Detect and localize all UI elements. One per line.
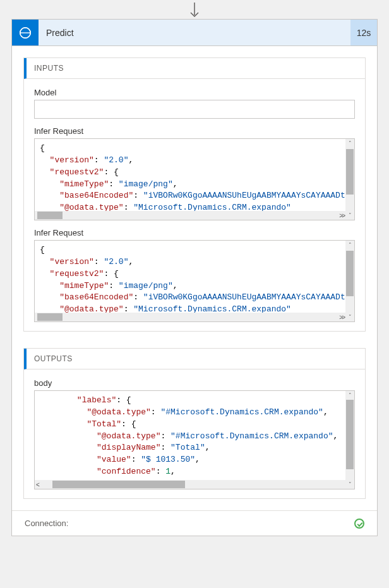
- scrollbar-horizontal[interactable]: >>: [35, 211, 345, 220]
- infer-request-code-1[interactable]: { "version": "2.0", "requestv2": { "mime…: [34, 138, 355, 220]
- card-header[interactable]: Predict 12s: [12, 20, 377, 46]
- outputs-header: OUTPUTS: [24, 349, 365, 369]
- card-title: Predict: [39, 20, 350, 45]
- model-field: Model: [34, 88, 355, 119]
- arrow-down-icon: [188, 3, 201, 19]
- outputs-section: OUTPUTS body "labels": { "@odata.type": …: [23, 348, 366, 499]
- scrollbar-horizontal[interactable]: <: [35, 480, 345, 489]
- infer-request-label-2: Infer Request: [34, 228, 355, 237]
- infer-request-label-1: Infer Request: [34, 126, 355, 136]
- model-label: Model: [34, 88, 355, 97]
- scrollbar-vertical[interactable]: ˄˅: [345, 241, 354, 321]
- predict-card: Predict 12s INPUTS Model Infer Request {…: [11, 19, 378, 536]
- model-input[interactable]: [34, 100, 355, 119]
- scrollbar-vertical[interactable]: ˄˅: [345, 139, 354, 220]
- connection-label: Connection:: [25, 519, 68, 528]
- infer-request-code-2[interactable]: { "version": "2.0", "requestv2": { "mime…: [34, 240, 355, 322]
- card-duration: 12s: [350, 20, 377, 45]
- inputs-section: INPUTS Model Infer Request { "version": …: [23, 57, 366, 332]
- flow-connector: [0, 0, 389, 19]
- body-label: body: [34, 378, 355, 388]
- inputs-header: INPUTS: [24, 58, 365, 79]
- scrollbar-vertical[interactable]: ˄˅: [345, 391, 354, 489]
- connection-row: Connection:: [12, 510, 377, 536]
- checkmark-icon: [354, 519, 364, 529]
- scrollbar-horizontal[interactable]: >>: [35, 313, 345, 321]
- body-code[interactable]: "labels": { "@odata.type": "#Microsoft.D…: [34, 390, 355, 489]
- ai-icon: [12, 20, 39, 45]
